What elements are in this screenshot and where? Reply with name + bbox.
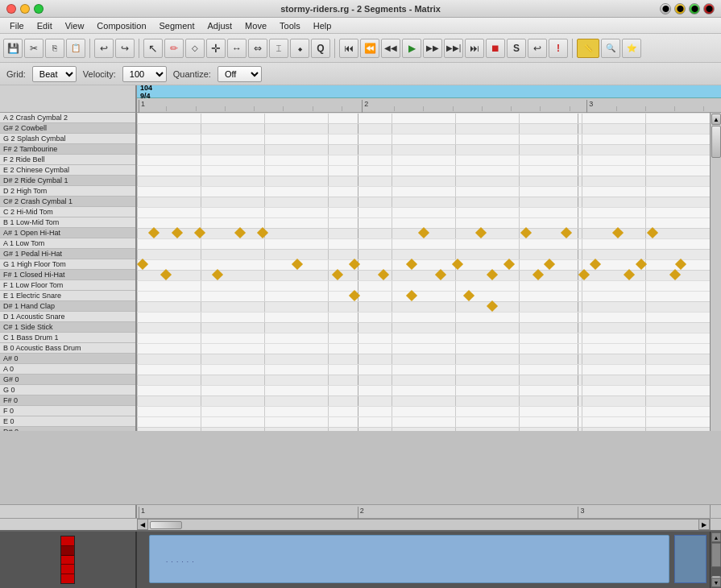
menu-composition[interactable]: Composition xyxy=(90,19,152,32)
overview-scroll-down[interactable]: ▼ xyxy=(711,578,721,587)
note-diamond[interactable] xyxy=(257,227,268,238)
note-diamond[interactable] xyxy=(463,290,474,301)
close-button[interactable] xyxy=(6,4,16,14)
minimize-button[interactable] xyxy=(20,4,30,14)
tb-right-4[interactable]: ⬤ xyxy=(703,3,715,14)
note-diamond[interactable] xyxy=(349,290,360,301)
snap-icon[interactable]: ⭐ xyxy=(622,39,641,58)
note-diamond[interactable] xyxy=(332,269,343,280)
quantize-icon[interactable]: Q xyxy=(311,39,330,58)
note-diamond[interactable] xyxy=(487,300,498,312)
scrollbar-up-btn[interactable]: ▲ xyxy=(711,114,721,125)
copy-icon[interactable]: ⎘ xyxy=(45,39,64,58)
note-diamond[interactable] xyxy=(406,290,417,301)
tb-right-3[interactable]: ⬤ xyxy=(689,3,700,14)
menu-segment[interactable]: Segment xyxy=(153,19,201,32)
h-scrollbar[interactable] xyxy=(148,519,698,530)
tb-right-2[interactable]: ⬤ xyxy=(674,3,686,14)
note-diamond[interactable] xyxy=(612,227,624,238)
draw-icon[interactable]: ✏ xyxy=(164,39,184,58)
menu-help[interactable]: Help xyxy=(307,19,338,32)
overview-scroll-thumb[interactable] xyxy=(711,543,721,567)
note-diamond[interactable] xyxy=(624,269,635,280)
note-diamond[interactable] xyxy=(378,269,389,280)
note-diamond[interactable] xyxy=(647,227,658,238)
menu-tools[interactable]: Tools xyxy=(273,19,307,32)
undo-icon[interactable]: ↩ xyxy=(94,39,114,58)
menu-edit[interactable]: Edit xyxy=(31,19,59,32)
note-diamond[interactable] xyxy=(532,269,544,280)
quantize-select[interactable]: Off 1/4 1/8 1/16 xyxy=(218,66,262,82)
note-name-row: D 2 High Tom xyxy=(0,186,135,197)
overview-right[interactable]: · · · · · · xyxy=(137,532,710,588)
note-diamond[interactable] xyxy=(172,227,183,238)
note-diamond[interactable] xyxy=(137,259,148,270)
split-icon[interactable]: ⇔ xyxy=(248,39,267,58)
scrollbar-thumb[interactable] xyxy=(711,126,721,158)
time-ruler[interactable]: 1 2 3 xyxy=(137,98,721,113)
select-icon[interactable]: ↖ xyxy=(143,39,163,58)
cut-icon[interactable]: ✂ xyxy=(24,39,44,58)
grid-area[interactable] xyxy=(137,113,710,431)
note-diamond[interactable] xyxy=(487,269,498,280)
menu-adjust[interactable]: Adjust xyxy=(201,19,239,32)
h-scroll-right-btn[interactable]: ▶ xyxy=(698,519,710,530)
note-diamond[interactable] xyxy=(544,259,555,270)
zoom-icon[interactable]: 🔍 xyxy=(601,39,620,58)
note-diamond[interactable] xyxy=(675,259,686,270)
overview-scroll-up[interactable]: ▲ xyxy=(711,532,721,542)
rewind-start-icon[interactable]: ⏮ xyxy=(339,39,358,58)
note-diamond[interactable] xyxy=(417,227,429,238)
note-diamond[interactable] xyxy=(578,269,590,280)
note-diamond[interactable] xyxy=(292,259,303,270)
note-diamond[interactable] xyxy=(435,269,446,280)
resize-icon[interactable]: ↔ xyxy=(227,39,247,58)
note-diamond[interactable] xyxy=(194,227,205,238)
note-diamond[interactable] xyxy=(590,259,601,270)
fast-fwd-icon[interactable]: ▶▶ xyxy=(423,39,442,58)
note-diamond[interactable] xyxy=(160,269,171,280)
fast-back-icon[interactable]: ◀◀ xyxy=(381,39,400,58)
menu-move[interactable]: Move xyxy=(238,19,273,32)
chord-icon[interactable]: ⬥ xyxy=(290,39,309,58)
punch-icon[interactable]: ! xyxy=(549,39,568,58)
note-diamond[interactable] xyxy=(452,259,463,270)
stop-icon[interactable]: ⏹ xyxy=(486,39,505,58)
note-diamond[interactable] xyxy=(406,259,417,270)
tb-right-1[interactable]: ⬤ xyxy=(660,3,671,14)
note-diamond[interactable] xyxy=(211,269,222,280)
grid-select[interactable]: Beat Bar 1/4 1/8 xyxy=(32,66,77,82)
play-icon[interactable]: ▶ xyxy=(402,39,421,58)
note-diamond[interactable] xyxy=(234,227,246,238)
roll-area: A 2 Crash Cymbal 2G# 2 CowbellG 2 Splash… xyxy=(0,113,721,504)
note-name-row: D# 2 Ride Cymbal 1 xyxy=(0,176,135,186)
redo-icon[interactable]: ↪ xyxy=(115,39,135,58)
h-scrollbar-thumb[interactable] xyxy=(150,521,182,529)
overview-scrollbar[interactable]: ▲ ▼ xyxy=(710,532,721,588)
paste-icon[interactable]: 📋 xyxy=(66,39,85,58)
note-name-row: F# 1 Closed Hi-Hat xyxy=(0,270,135,280)
note-diamond[interactable] xyxy=(475,227,487,238)
erase-icon[interactable]: ◇ xyxy=(185,39,205,58)
menu-view[interactable]: View xyxy=(59,19,91,32)
note-diamond[interactable] xyxy=(520,227,532,238)
end-icon[interactable]: ⏭ xyxy=(465,39,484,58)
join-icon[interactable]: ⌶ xyxy=(269,39,288,58)
move-icon[interactable]: ✛ xyxy=(206,39,226,58)
note-diamond[interactable] xyxy=(561,227,572,238)
loop-icon[interactable]: ↩ xyxy=(528,39,547,58)
note-diamond[interactable] xyxy=(349,259,360,270)
vertical-scrollbar[interactable]: ▲ ▼ xyxy=(710,113,721,431)
note-diamond[interactable] xyxy=(669,269,681,280)
solo-icon[interactable]: S xyxy=(507,39,526,58)
menu-file[interactable]: File xyxy=(3,19,31,32)
velocity-select[interactable]: 100 50 75 127 xyxy=(122,66,167,82)
maximize-button[interactable] xyxy=(34,4,44,14)
rewind-icon[interactable]: ⏪ xyxy=(360,39,379,58)
h-scroll-left-btn[interactable]: ◀ xyxy=(137,519,148,530)
ruler-icon[interactable]: 📏 xyxy=(577,39,599,58)
save-icon[interactable]: 💾 xyxy=(3,39,23,58)
note-diamond[interactable] xyxy=(148,227,160,238)
note-diamond[interactable] xyxy=(503,259,515,270)
fwd-end-icon[interactable]: ▶▶| xyxy=(444,39,463,58)
